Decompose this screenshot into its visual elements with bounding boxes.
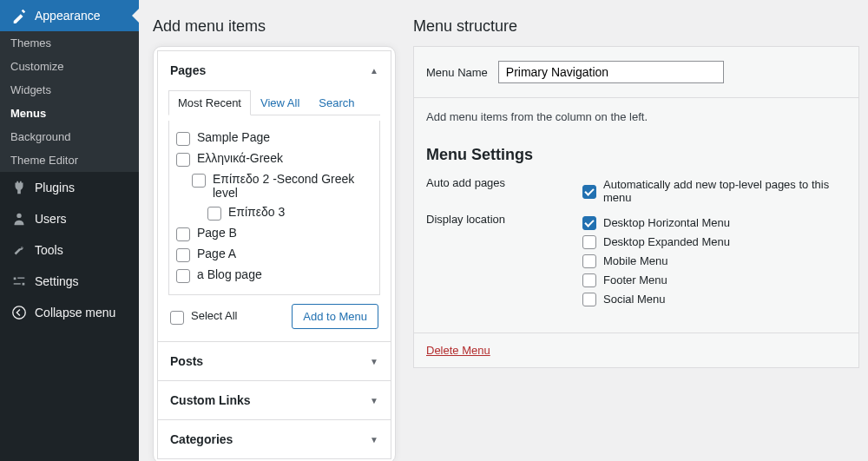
plugins-icon [10,179,28,196]
svg-point-5 [13,306,25,319]
menu-name-label: Menu Name [426,66,488,79]
sidebar-label: Users [35,212,67,226]
sidebar-item-appearance[interactable]: Appearance [0,0,139,31]
users-icon [10,210,28,227]
sidebar-sub-widgets[interactable]: Widgets [0,78,139,102]
caret-down-icon: ▼ [370,435,378,445]
page-item: Επίπεδο 3 [228,205,285,219]
tools-icon [10,241,28,259]
location-option: Footer Menu [603,273,667,286]
pages-list: Sample Page Ελληνικά-Greek Επίπεδο 2 -Se… [168,121,380,295]
location-desktop-horizontal-checkbox[interactable] [582,216,596,230]
page-item: Ελληνικά-Greek [197,151,283,165]
page-item: Sample Page [197,130,270,144]
location-option: Social Menu [603,293,666,306]
sidebar-item-collapse[interactable]: Collapse menu [0,297,139,328]
location-mobile-checkbox[interactable] [582,254,596,268]
accordion-title: Pages [170,63,206,77]
caret-down-icon: ▼ [370,396,378,405]
checkbox[interactable] [207,207,221,221]
accordion-custom-links: Custom Links ▼ [157,381,391,420]
location-social-checkbox[interactable] [582,293,596,306]
add-to-menu-button[interactable]: Add to Menu [292,304,378,329]
admin-sidebar: Appearance Themes Customize Widgets Menu… [0,0,139,461]
accordion-custom-links-toggle[interactable]: Custom Links ▼ [158,381,391,419]
accordion-title: Custom Links [170,393,251,407]
delete-menu-link[interactable]: Delete Menu [426,344,490,357]
svg-rect-2 [17,278,24,279]
sidebar-sub-theme-editor[interactable]: Theme Editor [0,148,139,172]
menu-structure-heading: Menu structure [413,0,859,46]
sidebar-item-users[interactable]: Users [0,203,139,234]
appearance-icon [10,7,28,24]
empty-menu-hint: Add menu items from the column on the le… [426,110,846,123]
checkbox[interactable] [176,227,190,241]
select-all-label: Select All [191,309,237,322]
location-desktop-expanded-checkbox[interactable] [582,235,596,249]
sidebar-item-tools[interactable]: Tools [0,234,139,266]
sidebar-label: Collapse menu [35,306,115,319]
sidebar-label: Plugins [35,181,75,194]
checkbox[interactable] [176,269,190,283]
page-item: Page A [197,247,236,260]
sidebar-item-settings[interactable]: Settings [0,266,139,297]
add-items-heading: Add menu items [153,0,396,46]
caret-up-icon: ▲ [370,66,378,76]
svg-rect-1 [14,278,16,280]
location-option: Desktop Horizontal Menu [603,216,730,229]
settings-icon [10,273,28,290]
location-footer-checkbox[interactable] [582,273,596,287]
location-option: Desktop Expanded Menu [603,235,730,248]
accordion-categories: Categories ▼ [157,420,391,459]
select-all-checkbox[interactable] [170,311,184,325]
sidebar-sub-background[interactable]: Background [0,125,139,148]
svg-rect-3 [23,283,25,286]
caret-down-icon: ▼ [370,357,378,366]
checkbox[interactable] [192,174,206,188]
page-item: Επίπεδο 2 -Second Greek level [213,172,372,200]
accordion-categories-toggle[interactable]: Categories ▼ [158,420,391,458]
menu-name-input[interactable] [498,61,724,83]
menu-settings-heading: Menu Settings [426,146,846,164]
svg-rect-4 [14,283,21,284]
sidebar-label: Appearance [35,9,101,23]
checkbox[interactable] [176,153,190,167]
sidebar-label: Settings [35,274,79,288]
sidebar-sub-themes[interactable]: Themes [0,31,139,55]
sidebar-sub-menus[interactable]: Menus [0,102,139,125]
display-location-label: Display location [426,213,582,308]
accordion-title: Posts [170,354,203,368]
sidebar-item-plugins[interactable]: Plugins [0,172,139,203]
sidebar-sub-customize[interactable]: Customize [0,55,139,78]
tab-most-recent[interactable]: Most Recent [168,90,251,115]
collapse-icon [10,304,28,321]
auto-add-option: Automatically add new top-level pages to… [603,178,846,204]
sidebar-label: Tools [35,243,63,257]
tab-view-all[interactable]: View All [251,90,309,115]
accordion-title: Categories [170,432,233,446]
auto-add-checkbox[interactable] [582,185,596,199]
checkbox[interactable] [176,248,190,262]
tab-search[interactable]: Search [309,90,364,115]
accordion-posts: Posts ▼ [157,342,391,381]
page-item: Page B [197,226,237,240]
page-item: a Blog page [197,267,262,281]
accordion-pages: Pages ▲ Most Recent View All Search Samp… [157,50,391,342]
auto-add-label: Auto add pages [426,176,582,206]
svg-point-0 [16,214,21,218]
checkbox[interactable] [176,132,190,146]
accordion-pages-toggle[interactable]: Pages ▲ [158,51,391,89]
sidebar-submenu: Themes Customize Widgets Menus Backgroun… [0,31,139,172]
location-option: Mobile Menu [603,254,667,267]
accordion-posts-toggle[interactable]: Posts ▼ [158,342,391,380]
